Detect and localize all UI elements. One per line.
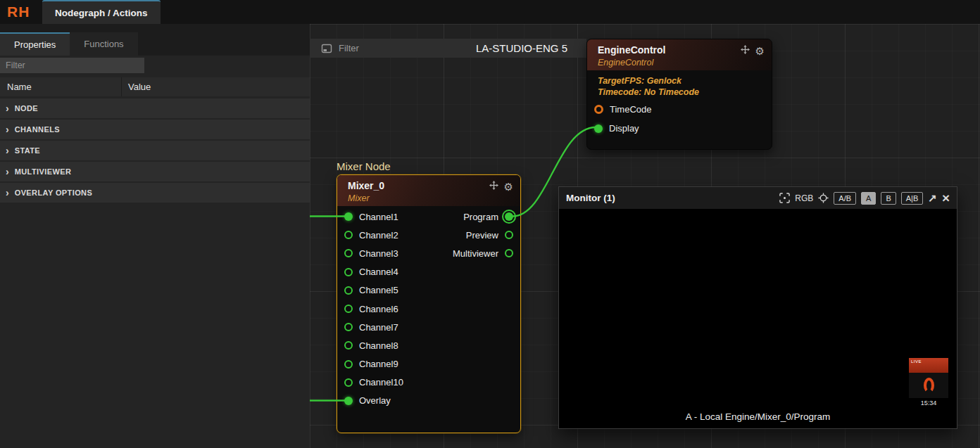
node-header[interactable]: Mixer_0 Mixer ⚙ bbox=[337, 175, 520, 206]
node-subtitle: Mixer bbox=[348, 193, 370, 203]
properties-sections: › NODE › CHANNELS › STATE › MULTIVIEWER … bbox=[0, 98, 310, 204]
live-badge: LIVE bbox=[911, 359, 922, 364]
node-title: Mixer_0 bbox=[348, 180, 384, 191]
port-label: Channel4 bbox=[359, 267, 398, 277]
port-label: Display bbox=[609, 123, 639, 134]
port-channel5-icon[interactable] bbox=[344, 286, 353, 295]
chevron-right-icon: › bbox=[6, 103, 9, 113]
gear-icon[interactable]: ⚙ bbox=[755, 46, 765, 56]
column-value: Value bbox=[121, 77, 151, 96]
canvas-toolbar: Filter LA-STUDIO-ENG 5 bbox=[310, 39, 586, 58]
port-label: Program bbox=[463, 212, 498, 222]
properties-filter-input[interactable] bbox=[0, 58, 144, 73]
gear-icon[interactable]: ⚙ bbox=[504, 181, 513, 192]
port-row-channel3: Channel3 bbox=[344, 244, 403, 262]
nodegraph-canvas[interactable]: Filter LA-STUDIO-ENG 5 Mixer Node Engine… bbox=[310, 24, 980, 448]
node-mixer-0[interactable]: Mixer_0 Mixer ⚙ Channel1 bbox=[337, 174, 521, 433]
node-enginecontrol[interactable]: EngineControl EngineControl ⚙ TargetFPS:… bbox=[586, 39, 772, 150]
ab-split-button[interactable]: A|B bbox=[901, 192, 924, 205]
tab-functions[interactable]: Functions bbox=[70, 32, 137, 56]
port-label: TimeCode bbox=[610, 104, 651, 115]
section-label: OVERLAY OPTIONS bbox=[15, 188, 93, 197]
monitor-source-caption: A - Local Engine/Mixer_0/Program bbox=[559, 411, 957, 422]
column-name: Name bbox=[0, 82, 121, 92]
mixer-input-ports: Channel1 Channel2 Channel3 Channel4 Chan… bbox=[344, 207, 403, 410]
section-multiviewer[interactable]: › MULTIVIEWER bbox=[0, 162, 310, 181]
crosshair-icon[interactable] bbox=[818, 193, 829, 203]
engine-info-line: TargetFPS: Genlock bbox=[598, 76, 699, 87]
filter-icon[interactable] bbox=[321, 43, 332, 54]
panel-tab-bar: Properties Functions bbox=[0, 24, 310, 56]
port-timecode-icon[interactable] bbox=[594, 105, 603, 114]
chevron-right-icon: › bbox=[6, 188, 9, 198]
port-label: Channel2 bbox=[359, 230, 398, 241]
popout-arrow-icon[interactable]: ↗ bbox=[928, 193, 937, 203]
port-row-channel8: Channel8 bbox=[344, 336, 403, 354]
port-program-icon[interactable] bbox=[505, 212, 513, 221]
port-label: Channel1 bbox=[359, 212, 398, 222]
thumbnail-timestamp: 15:34 bbox=[909, 399, 948, 407]
tab-nodegraph-actions[interactable]: Nodegraph / Actions bbox=[42, 0, 161, 24]
section-channels[interactable]: › CHANNELS bbox=[0, 120, 310, 139]
tab-properties[interactable]: Properties bbox=[0, 32, 70, 56]
port-channel1-icon[interactable] bbox=[344, 212, 353, 221]
port-label: Channel6 bbox=[359, 304, 398, 314]
port-row-timecode: TimeCode bbox=[594, 100, 651, 119]
port-preview-icon[interactable] bbox=[505, 231, 513, 239]
close-icon[interactable]: × bbox=[942, 191, 950, 205]
properties-panel: Properties Functions Name Value › NODE ›… bbox=[0, 24, 310, 448]
section-label: MULTIVIEWER bbox=[15, 167, 72, 176]
properties-filter-row bbox=[0, 56, 310, 75]
port-row-channel4: Channel4 bbox=[344, 263, 403, 281]
port-channel9-icon[interactable] bbox=[344, 360, 353, 369]
rgb-toggle[interactable]: RGB bbox=[795, 193, 813, 203]
port-label: Channel8 bbox=[359, 340, 398, 351]
node-header-icons: ⚙ bbox=[741, 44, 765, 57]
port-channel8-icon[interactable] bbox=[344, 341, 353, 350]
chevron-right-icon: › bbox=[6, 124, 9, 134]
move-cross-icon[interactable] bbox=[489, 180, 498, 193]
port-channel6-icon[interactable] bbox=[344, 305, 353, 313]
mixer-node-label: Mixer Node bbox=[337, 160, 391, 172]
mixer-output-ports: Program Preview Multiviewer bbox=[453, 207, 513, 263]
monitor-window[interactable]: Monitor (1) RGB bbox=[558, 186, 957, 429]
port-channel3-icon[interactable] bbox=[344, 249, 353, 257]
ab-compare-button[interactable]: A/B bbox=[834, 192, 856, 205]
section-label: STATE bbox=[15, 146, 40, 155]
monitor-header[interactable]: Monitor (1) RGB bbox=[559, 187, 957, 209]
app-window: RH Nodegraph / Actions Properties Functi… bbox=[0, 0, 980, 448]
live-banner: LIVE bbox=[909, 358, 948, 373]
node-subtitle: EngineControl bbox=[598, 58, 653, 68]
port-row-channel2: Channel2 bbox=[344, 226, 403, 244]
port-channel4-icon[interactable] bbox=[344, 268, 353, 276]
monitor-controls: RGB A/B A B A|B ↗ × bbox=[779, 191, 950, 205]
engine-ports: TimeCode Display bbox=[594, 100, 651, 138]
port-row-channel9: Channel9 bbox=[344, 355, 403, 373]
port-channel10-icon[interactable] bbox=[344, 378, 353, 387]
a-channel-button[interactable]: A bbox=[861, 192, 876, 205]
port-channel2-icon[interactable] bbox=[344, 231, 353, 239]
section-overlay-options[interactable]: › OVERLAY OPTIONS bbox=[0, 183, 310, 203]
video-thumbnail[interactable]: LIVE 15:34 bbox=[909, 358, 948, 407]
fit-view-icon[interactable] bbox=[779, 193, 790, 203]
port-overlay-icon[interactable] bbox=[344, 397, 353, 405]
b-channel-button[interactable]: B bbox=[881, 192, 896, 205]
engine-info-line: Timecode: No Timecode bbox=[598, 87, 699, 98]
port-display-icon[interactable] bbox=[594, 124, 603, 133]
node-title: EngineControl bbox=[598, 44, 665, 56]
port-multiviewer-icon[interactable] bbox=[505, 249, 513, 257]
section-node[interactable]: › NODE bbox=[0, 98, 310, 118]
engine-name-label: LA-STUDIO-ENG 5 bbox=[476, 39, 567, 58]
port-row-overlay: Overlay bbox=[344, 392, 403, 410]
port-channel7-icon[interactable] bbox=[344, 323, 353, 331]
zero-icon bbox=[924, 378, 934, 393]
chevron-right-icon: › bbox=[6, 146, 9, 155]
realityhub-logo-icon[interactable]: RH bbox=[7, 0, 30, 24]
canvas-filter-label[interactable]: Filter bbox=[339, 43, 359, 53]
engine-info: TargetFPS: Genlock Timecode: No Timecode bbox=[598, 76, 699, 98]
node-header-icons: ⚙ bbox=[489, 180, 513, 193]
node-header[interactable]: EngineControl EngineControl ⚙ bbox=[587, 39, 772, 70]
section-state[interactable]: › STATE bbox=[0, 141, 310, 160]
port-row-program: Program bbox=[453, 207, 513, 226]
move-cross-icon[interactable] bbox=[741, 44, 750, 57]
